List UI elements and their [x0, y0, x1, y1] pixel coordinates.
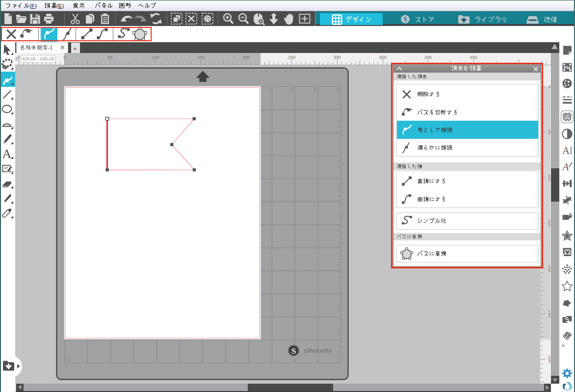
svg-text:12: 12: [67, 358, 71, 362]
svg-text:300: 300: [334, 55, 341, 60]
svg-text:0: 0: [63, 55, 66, 60]
svg-text:11: 11: [313, 88, 316, 91]
svg-text:Pix: Pix: [564, 65, 571, 70]
svg-text:450: 450: [470, 55, 477, 60]
svg-text:200: 200: [548, 264, 551, 272]
svg-text:350: 350: [379, 55, 386, 60]
svg-text:A: A: [562, 161, 569, 173]
svg-text:250: 250: [548, 310, 551, 317]
svg-text:200: 200: [242, 55, 250, 60]
svg-text:50: 50: [107, 55, 112, 60]
svg-text:300: 300: [548, 356, 551, 363]
svg-text:silhouette: silhouette: [304, 347, 332, 354]
svg-text:0: 0: [548, 85, 551, 88]
svg-text:S: S: [403, 16, 407, 23]
svg-text:S: S: [291, 346, 296, 356]
svg-text:A: A: [562, 145, 570, 157]
svg-text:100: 100: [152, 55, 159, 60]
svg-text:150: 150: [548, 219, 551, 227]
svg-text:150: 150: [197, 55, 205, 60]
svg-text:12: 12: [336, 88, 340, 91]
svg-text:100: 100: [548, 174, 551, 181]
svg-text:400: 400: [424, 55, 432, 60]
svg-text:50: 50: [548, 130, 551, 134]
svg-text:250: 250: [288, 55, 295, 60]
